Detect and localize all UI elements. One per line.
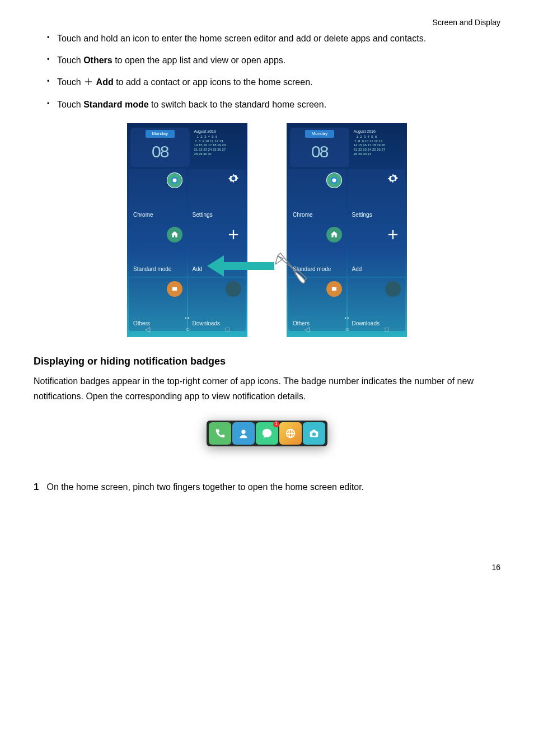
cal-row: 14 15 16 17 18 19 20 [194,143,242,148]
svg-point-16 [241,430,245,434]
page-header-breadcrumb: Screen and Display [34,17,500,29]
bullet-text: to open the app list and view or open ap… [113,55,286,65]
home-nav-icon: ○ [345,324,349,334]
messages-app-icon: 1 [256,422,278,445]
page-indicator: • ▪ [287,315,407,321]
section-body: Notification badges appear in the top-ri… [34,374,500,404]
notification-badge: 1 [273,421,279,427]
calendar-widget: August 2016 1 2 3 4 5 6 7 8 9 10 11 12 1… [192,128,244,167]
plus-icon [226,227,241,242]
app-tile-settings: Settings [188,169,246,222]
instruction-list: Touch and hold an icon to enter the home… [47,31,500,112]
cal-row: 28 29 30 31 [354,152,401,157]
month-label: August 2016 [354,129,401,134]
phone-app-icon [209,422,231,445]
app-label: Add [352,265,401,273]
plus-icon [83,76,93,86]
app-label: Add [193,265,242,273]
recent-icon: □ [226,324,229,334]
app-label: Chrome [293,211,342,219]
bullet-item: Touch and hold an icon to enter the home… [47,31,500,46]
contacts-app-icon [232,422,255,445]
weekday-label: Monday [146,130,175,138]
weekday-label: Monday [305,130,334,138]
app-tile-chrome: Chrome [288,169,346,222]
app-label: Settings [352,211,401,219]
chrome-icon [326,172,342,188]
bullet-bold: Others [83,55,113,65]
app-label: Standard mode [133,265,182,273]
app-tile-standard: Standard mode [288,223,346,277]
page-number: 16 [34,562,500,573]
nav-bar: ◁ ○ □ [287,321,407,337]
app-label: Settings [193,211,242,219]
cal-row: 1 2 3 4 5 6 [354,135,401,139]
chrome-icon [167,172,182,188]
svg-point-12 [391,176,395,180]
nav-bar: ◁ ○ □ [127,321,247,337]
browser-app-icon [279,422,302,445]
cal-row: 1 2 3 4 5 6 [194,135,242,139]
svg-rect-22 [312,430,316,432]
app-tile-add: Add [188,223,246,277]
app-tile-settings: Settings [348,169,406,222]
svg-point-11 [332,178,336,182]
home-icon [167,227,182,242]
back-icon: ◁ [305,324,310,334]
page-indicator: • ▪ [127,315,247,321]
folder-icon [326,281,342,297]
bullet-text: Touch [57,100,83,109]
home-icon [326,227,342,242]
section-heading: Displaying or hiding notification badges [34,354,500,369]
app-tile-add: Add [348,223,406,277]
folder-icon [167,281,182,297]
home-nav-icon: ○ [186,324,190,334]
step-text: On the home screen, pinch two fingers to… [46,480,364,494]
back-icon: ◁ [145,324,150,334]
cal-row: 28 29 30 31 [194,152,242,157]
svg-point-21 [312,432,316,436]
bullet-item: Touch Others to open the app list and vi… [47,53,500,68]
date-widget: Monday 08 [290,128,349,167]
settings-icon [385,172,401,188]
cal-row: 14 15 16 17 18 19 20 [354,143,401,148]
svg-point-4 [172,178,176,182]
app-label: Standard mode [293,265,342,273]
plus-icon [385,227,401,242]
bullet-text: Touch and hold an icon to enter the home… [57,34,426,43]
camera-app-icon [303,422,325,445]
bullet-bold: Add [96,77,114,87]
svg-rect-8 [172,287,176,291]
cal-row: 7 8 9 10 11 12 13 [194,139,242,144]
app-tile-chrome: Chrome [129,169,187,222]
app-tile-standard: Standard mode [129,223,187,277]
dock-image: 1 [34,421,500,446]
month-label: August 2016 [194,129,242,134]
downloads-icon [226,281,241,297]
cal-row: 21 22 23 24 25 26 27 [194,148,242,152]
bullet-item: Touch Add to add a contact or app icons … [47,74,500,90]
calendar-widget: August 2016 1 2 3 4 5 6 7 8 9 10 11 12 1… [352,128,404,167]
bullet-text: to add a contact or app icons to the hom… [114,77,313,87]
step-item: 1 On the home screen, pinch two fingers … [34,480,500,494]
svg-rect-15 [331,287,336,291]
cal-row: 21 22 23 24 25 26 27 [354,148,401,152]
bullet-bold: Standard mode [83,100,148,109]
step-number: 1 [34,480,39,494]
date-widget: Monday 08 [130,128,190,167]
downloads-icon [385,281,401,297]
date-number: 08 [311,139,327,164]
phone-screenshot-right: Monday 08 August 2016 1 2 3 4 5 6 7 8 9 … [287,123,407,337]
phone-screenshot-left: Monday 08 August 2016 1 2 3 4 5 6 7 8 9 … [127,123,247,337]
settings-icon [226,172,241,188]
cal-row: 7 8 9 10 11 12 13 [354,139,401,144]
recent-icon: □ [385,324,389,334]
date-number: 08 [152,139,168,164]
bullet-item: Touch Standard mode to switch back to th… [47,97,500,112]
bullet-text: to switch back to the standard home scre… [149,100,327,109]
svg-point-5 [232,176,236,180]
screenshot-row: Monday 08 August 2016 1 2 3 4 5 6 7 8 9 … [34,123,500,337]
bullet-text: Touch [57,77,83,87]
bullet-text: Touch [57,55,83,65]
app-label: Chrome [133,211,182,219]
